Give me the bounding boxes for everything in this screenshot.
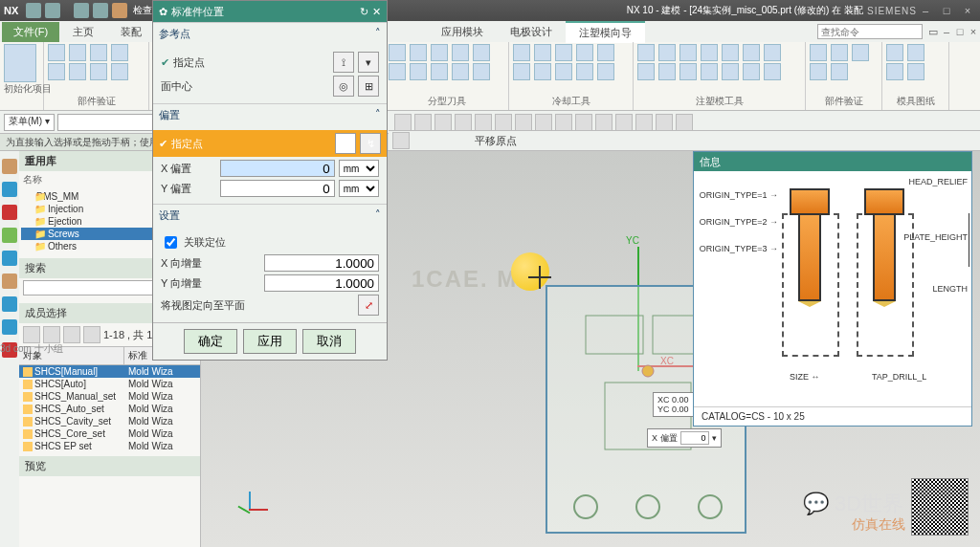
- file-menu[interactable]: 文件(F): [2, 22, 59, 42]
- ribbon-icon[interactable]: [764, 63, 781, 80]
- ribbon-minimize-icon[interactable]: ▭: [926, 26, 940, 38]
- ribbon-icon[interactable]: [513, 63, 530, 80]
- ribbon-icon[interactable]: [658, 44, 676, 61]
- ribbon-icon[interactable]: [473, 44, 490, 61]
- table-row[interactable]: SHCS_Cavity_setMold Wiza: [19, 415, 200, 427]
- tb-icon[interactable]: [455, 114, 472, 131]
- info-header[interactable]: 信息: [694, 152, 971, 171]
- constraint-icon[interactable]: [2, 205, 17, 220]
- x-increment-input[interactable]: [264, 254, 379, 272]
- dialog-reset-icon[interactable]: ↻: [360, 6, 368, 18]
- restore-button[interactable]: □: [938, 5, 955, 16]
- ribbon-icon[interactable]: [679, 63, 697, 80]
- ok-button[interactable]: 确定: [184, 329, 237, 354]
- dialog-close-icon[interactable]: ✕: [372, 6, 381, 18]
- ribbon-icon[interactable]: [473, 63, 490, 80]
- ribbon-icon[interactable]: [701, 44, 718, 61]
- table-row[interactable]: SHCS[Manual]Mold Wiza: [19, 365, 200, 378]
- point-picker-icon[interactable]: ✛: [335, 133, 356, 154]
- ribbon-icon[interactable]: [886, 44, 903, 61]
- titlebar-icon[interactable]: [45, 3, 60, 18]
- tb-icon[interactable]: [555, 114, 572, 131]
- offset-floating-input[interactable]: X 偏置 ▾: [647, 428, 722, 448]
- view-filter-icon[interactable]: [43, 326, 60, 343]
- ribbon-icon[interactable]: [69, 44, 86, 61]
- command-search-input[interactable]: [817, 24, 923, 39]
- tb-icon[interactable]: [535, 114, 552, 131]
- reuse-library-icon[interactable]: [2, 228, 17, 243]
- ribbon-icon[interactable]: [452, 44, 469, 61]
- ribbon-icon[interactable]: [513, 44, 530, 61]
- ribbon-icon[interactable]: [743, 44, 760, 61]
- ribbon-icon[interactable]: [111, 63, 128, 80]
- tb-icon[interactable]: [515, 114, 532, 131]
- browser-icon[interactable]: [2, 319, 17, 335]
- ribbon-icon[interactable]: [69, 63, 86, 80]
- assembly-navigator-icon[interactable]: [2, 182, 17, 197]
- y-offset-input[interactable]: [220, 180, 335, 197]
- table-row[interactable]: SHCS_Auto_setMold Wiza: [19, 403, 200, 415]
- nav-prev-icon[interactable]: [63, 326, 80, 343]
- tab-home[interactable]: 主页: [59, 22, 107, 42]
- ribbon-icon[interactable]: [431, 63, 448, 80]
- section-offset[interactable]: 偏置˄: [153, 104, 387, 126]
- face-center-icon[interactable]: ◎: [333, 76, 354, 97]
- ribbon-icon[interactable]: [576, 44, 593, 61]
- ribbon-icon[interactable]: [534, 63, 551, 80]
- ribbon-icon[interactable]: [637, 44, 655, 61]
- hd3d-icon[interactable]: [2, 296, 17, 312]
- orient-view-icon[interactable]: ⤢: [358, 295, 379, 316]
- tb-icon[interactable]: [575, 114, 592, 131]
- titlebar-icon[interactable]: [26, 3, 41, 18]
- ribbon-icon[interactable]: [534, 44, 551, 61]
- nav-next-icon[interactable]: [83, 326, 100, 343]
- close-button[interactable]: ×: [959, 5, 976, 16]
- selection-filter-input[interactable]: [57, 114, 153, 131]
- menu-dropdown[interactable]: 菜单(M) ▾: [4, 114, 55, 131]
- ribbon-icon[interactable]: [658, 63, 676, 80]
- initialize-project-icon[interactable]: [4, 44, 36, 82]
- ribbon-icon[interactable]: [810, 44, 827, 61]
- tb-icon[interactable]: [656, 114, 673, 131]
- tb-icon[interactable]: [414, 114, 432, 131]
- tb-icon[interactable]: [475, 114, 492, 131]
- tab-assembly[interactable]: 装配: [107, 22, 155, 42]
- table-row[interactable]: SHCS EP setMold Wiza: [19, 440, 200, 452]
- chevron-down-icon[interactable]: ▾: [712, 433, 717, 443]
- ribbon-icon[interactable]: [810, 63, 827, 80]
- ribbon-icon[interactable]: [90, 63, 107, 80]
- tab-app-module[interactable]: 应用模块: [428, 22, 497, 42]
- ribbon-icon[interactable]: [743, 63, 760, 80]
- history-icon[interactable]: [2, 251, 17, 266]
- ribbon-icon[interactable]: [410, 44, 427, 61]
- ribbon-icon[interactable]: [597, 44, 614, 61]
- redo-icon[interactable]: [93, 3, 108, 18]
- ribbon-icon[interactable]: [111, 44, 128, 61]
- ribbon-icon[interactable]: [597, 63, 614, 80]
- table-row[interactable]: SHCS[Auto]Mold Wiza: [19, 378, 200, 390]
- x-offset-input[interactable]: [220, 160, 335, 177]
- table-row[interactable]: SHCS_Core_setMold Wiza: [19, 427, 200, 440]
- ribbon-icon[interactable]: [831, 44, 848, 61]
- subwin-minimize[interactable]: –: [940, 26, 953, 37]
- ribbon-icon[interactable]: [431, 44, 448, 61]
- grid-icon[interactable]: ⊞: [358, 76, 379, 97]
- point-dropdown-icon[interactable]: ▾: [358, 52, 379, 73]
- ribbon-icon[interactable]: [722, 44, 739, 61]
- tb-icon[interactable]: [595, 114, 612, 131]
- ribbon-icon[interactable]: [831, 63, 848, 80]
- ribbon-icon[interactable]: [637, 63, 655, 80]
- ribbon-icon[interactable]: [389, 63, 406, 80]
- assoc-checkbox[interactable]: [165, 236, 177, 249]
- ribbon-icon[interactable]: [722, 63, 739, 80]
- ribbon-icon[interactable]: [410, 63, 427, 80]
- roles-icon[interactable]: [2, 274, 17, 289]
- tb-icon[interactable]: [434, 114, 452, 131]
- ribbon-icon[interactable]: [389, 44, 406, 61]
- apply-button[interactable]: 应用: [243, 329, 297, 354]
- preview-section[interactable]: 预览: [19, 456, 200, 476]
- dialog-header[interactable]: ✿ 标准件位置 ↻ ✕: [153, 1, 387, 22]
- ribbon-icon[interactable]: [555, 44, 572, 61]
- ribbon-icon[interactable]: [764, 44, 781, 61]
- ribbon-icon[interactable]: [555, 63, 572, 80]
